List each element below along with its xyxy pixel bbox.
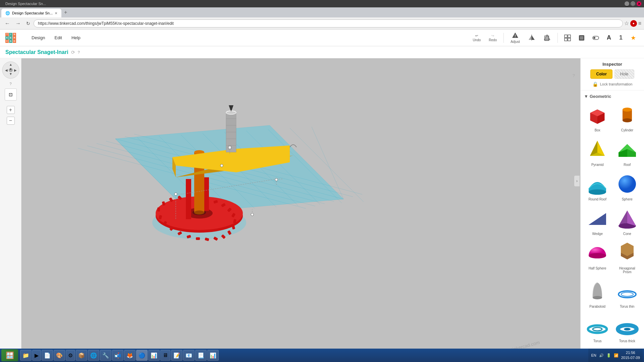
tray-network-icon[interactable]: 📶 (614, 353, 619, 358)
close-button[interactable]: ✕ (637, 1, 641, 6)
shape-box[interactable]: Box (584, 102, 611, 133)
taskbar-word[interactable]: 📃 (195, 350, 207, 361)
back-button[interactable]: ← (3, 20, 12, 27)
taskbar-notes[interactable]: 📝 (171, 350, 182, 361)
text-button[interactable]: A (604, 33, 614, 43)
shape-roof[interactable]: Roof (614, 136, 641, 168)
taskbar-display[interactable]: 🖥 (160, 350, 170, 361)
right-panel: Inspector ? Color Hole 🔒 Lock transforma… (580, 58, 644, 362)
svg-rect-24 (21, 58, 580, 362)
color-button[interactable]: Color (590, 69, 612, 79)
svg-point-119 (593, 296, 602, 299)
taskbar-firefox[interactable]: 🦊 (124, 350, 136, 361)
shape-paraboloid[interactable]: Paraboloid (584, 278, 611, 310)
maximize-button[interactable]: □ (631, 1, 635, 6)
mirror-button[interactable] (525, 33, 538, 43)
redo-button[interactable]: ↪ Redo (486, 33, 499, 43)
svg-point-99 (623, 108, 632, 112)
taskbar-globe[interactable]: 🌐 (88, 350, 99, 361)
minimize-button[interactable]: _ (625, 1, 629, 6)
shape-cone[interactable]: Cone (614, 205, 641, 237)
panel-collapse-button[interactable]: › (574, 176, 580, 186)
shape-cylinder[interactable]: Cylinder (614, 102, 641, 133)
taskbar-tools[interactable]: 🔧 (100, 350, 111, 361)
logo-k: K (5, 36, 9, 40)
undo-button[interactable]: ↩ Undo (470, 33, 483, 43)
nav-help-icon[interactable]: ? (9, 82, 11, 86)
logo-d: D (13, 40, 16, 43)
logo-a: A (9, 40, 12, 43)
star-button[interactable]: ★ (628, 33, 639, 43)
handle-tl[interactable] (174, 193, 177, 195)
active-tab[interactable]: 🌐 Design Spectacular Sn... ✕ (1, 9, 61, 17)
taskbar-chrome[interactable]: 🔵 (136, 350, 148, 361)
taskbar-mail[interactable]: 📧 (183, 350, 195, 361)
zoom-in-button[interactable]: + (7, 106, 15, 114)
start-icon: 🪟 (6, 351, 14, 359)
title-help-icon[interactable]: ? (78, 50, 80, 54)
shape-torus-thin[interactable]: Torus thin (614, 278, 641, 310)
taskbar-files[interactable]: 📦 (76, 350, 87, 361)
hole-button[interactable]: Hole (614, 69, 634, 79)
handle-center[interactable] (220, 164, 223, 167)
refresh-button[interactable]: ↻ (24, 20, 32, 27)
tray-volume-icon[interactable]: 🔊 (599, 353, 604, 358)
shape-wedge[interactable]: Wedge (584, 205, 611, 237)
taskbar-paint[interactable]: 🎨 (54, 350, 65, 361)
shape-torus[interactable]: Torus (584, 312, 611, 344)
shape-sphere[interactable]: Sphere (614, 171, 641, 202)
svg-point-107 (589, 189, 606, 195)
tray-battery-icon[interactable]: 🔋 (606, 353, 611, 358)
number-button[interactable]: 1 (616, 33, 625, 43)
taskbar-settings[interactable]: ⚙ (66, 350, 75, 361)
logo-r: R (13, 36, 16, 40)
shape-half-sphere[interactable]: Half Sphere (584, 240, 611, 275)
taskbar-outlook[interactable]: 📊 (207, 350, 219, 361)
group-icon (543, 34, 551, 41)
forward-button[interactable]: → (13, 20, 23, 27)
canvas-area[interactable]: tinkercad.com Edit grid Snap grid 0.5 0.… (21, 58, 580, 362)
tray-time-display: 21:56 (626, 350, 635, 355)
menu-design[interactable]: Design (27, 33, 50, 43)
group-button[interactable] (541, 33, 553, 43)
undo-label: Undo (473, 38, 481, 42)
tab-close-icon[interactable]: ✕ (55, 11, 57, 15)
taskbar-docs[interactable]: 📄 (42, 350, 53, 361)
grid-view-button[interactable] (562, 34, 573, 42)
svg-rect-73 (186, 179, 191, 219)
new-tab-button[interactable]: + (62, 9, 69, 15)
start-button[interactable]: 🪟 (1, 349, 18, 361)
bookmark-icon[interactable]: ☆ (624, 20, 629, 26)
handle-tr[interactable] (275, 178, 278, 181)
menu-help[interactable]: Help (67, 33, 85, 43)
project-title[interactable]: Spectacular Snaget-Inari (5, 49, 68, 55)
handle-br[interactable] (251, 213, 254, 216)
addon-icon[interactable]: ● (630, 20, 637, 27)
taskbar-stats[interactable]: 📊 (148, 350, 160, 361)
height-handle[interactable] (228, 146, 231, 149)
taskbar-explorer[interactable]: 📁 (20, 350, 32, 361)
menu-edit[interactable]: Edit (50, 33, 66, 43)
shape-hex-prism[interactable]: Hexagonal Prism (614, 240, 641, 275)
address-bar[interactable] (34, 19, 623, 27)
taskbar-media[interactable]: ▶ (32, 350, 41, 361)
taskbar-email1[interactable]: 📬 (112, 350, 123, 361)
adjust-button[interactable]: Adjust (508, 31, 523, 45)
tray-lang[interactable]: EN (591, 353, 596, 357)
wedge-label: Wedge (592, 232, 603, 236)
zoom-out-button[interactable]: − (7, 117, 15, 125)
3d-view-button[interactable] (576, 34, 587, 42)
svg-point-121 (621, 292, 633, 296)
shape-round-roof[interactable]: Round Roof (584, 171, 611, 202)
category-expand-icon[interactable]: ▼ (584, 94, 588, 99)
shape-pyramid[interactable]: Pyramid (584, 136, 611, 168)
lock-label[interactable]: Lock transformation (600, 82, 633, 86)
nav-cube[interactable]: ▲ ▼ ◀ ▶ (2, 61, 20, 79)
toggle-button[interactable] (590, 34, 601, 42)
app-menu: Design Edit Help (27, 33, 85, 43)
sync-icon[interactable]: ⟳ (71, 50, 75, 55)
logo-n: N (13, 33, 16, 36)
fit-view-button[interactable]: ⊡ (5, 88, 17, 101)
shape-torus-thick[interactable]: Torus thick (614, 312, 641, 344)
menu-icon[interactable]: ≡ (638, 20, 641, 26)
